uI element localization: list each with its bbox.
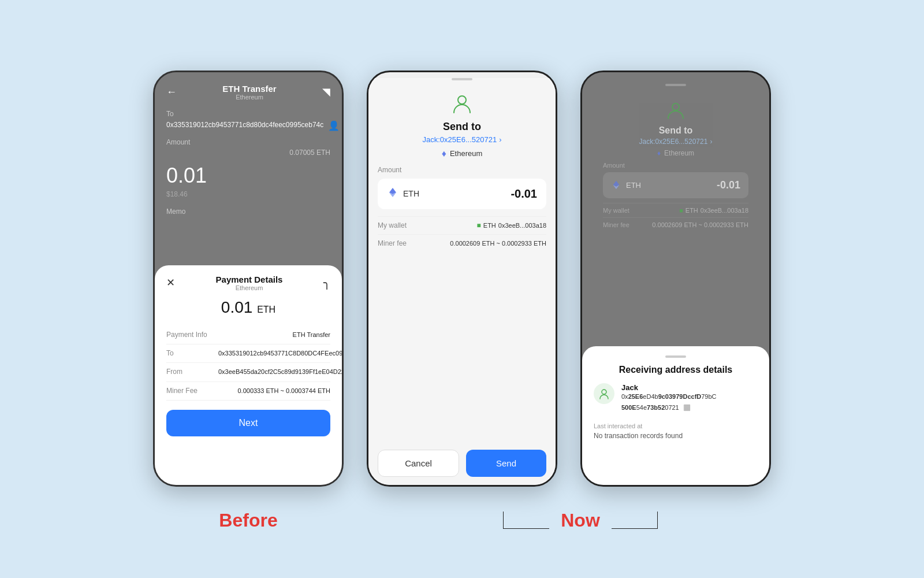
before-label: Before: [219, 510, 277, 531]
to-field: 0x335319012cb9453771c8d80dc4feec0995ceb7…: [166, 120, 330, 131]
left-header-subtitle: Ethereum: [222, 94, 276, 101]
amount-eth: 0.07005 ETH: [289, 149, 330, 157]
bottom-buttons: Cancel Send: [368, 450, 556, 477]
svg-point-6: [602, 390, 606, 394]
next-button[interactable]: Next: [166, 410, 330, 436]
miner-fee-value: 0.0002609 ETH ~ 0.0002933 ETH: [450, 240, 546, 247]
right-drag-indicator: [665, 84, 686, 86]
right-phone: Send to Jack:0x25E6...520721 › ♦ Ethereu…: [580, 71, 771, 487]
miner-fee-row: Miner fee 0.0002609 ETH ~ 0.0002933 ETH: [378, 234, 546, 252]
send-to-title: Send to: [380, 121, 544, 133]
no-records: No transaction records found: [594, 432, 758, 440]
now-label: Now: [561, 510, 600, 531]
left-header: ← ETH Transfer Ethereum ◥: [166, 84, 330, 101]
contact-info: Jack 0x25E6eD4b9c03979DccfD79bC 500E54e7…: [621, 383, 717, 414]
eth-chain: ♦ Ethereum: [380, 149, 544, 159]
amount-big: 0.01: [166, 164, 330, 188]
contact-avatar: [594, 383, 614, 404]
recv-contact: Jack 0x25E6eD4b9c03979DccfD79bC 500E54e7…: [594, 383, 758, 414]
bottom-section: Before Now: [0, 510, 924, 531]
send-to-section: Send to Jack:0x25E6...520721 › ♦ Ethereu…: [368, 80, 556, 166]
send-button[interactable]: Send: [466, 450, 546, 477]
memo-label: Memo: [166, 208, 330, 216]
eth-logo-icon: [387, 187, 398, 201]
payment-overlay: ✕ Payment Details Ethereum ╮ 0.01 ETH Pa…: [155, 265, 342, 485]
wallet-label: ETH: [483, 222, 496, 229]
eth-diamond-icon: ♦: [442, 149, 446, 159]
wallet-address: 0x3eeB...003a18: [498, 222, 546, 229]
right-send-to-section: Send to Jack:0x25E6...520721 › ♦ Ethereu…: [594, 93, 758, 162]
from-row: From 0x3eeB455da20cf2C5c89d9139Ff1eE04D2…: [166, 363, 330, 381]
recv-drag-indicator: [665, 355, 686, 358]
wallet-icon: ■: [477, 221, 481, 229]
recv-title: Receiving address details: [594, 365, 758, 375]
scan-icon[interactable]: ◥: [322, 86, 330, 98]
left-header-title: ETH Transfer: [222, 84, 276, 94]
to-row: To 0x335319012cb9453771C8D80DC4FEec0995c…: [166, 344, 330, 363]
overlay-subtitle: Ethereum: [175, 284, 323, 291]
amount-box: ETH -0.01: [378, 179, 546, 209]
left-phone: ← ETH Transfer Ethereum ◥ To 0x335319012…: [153, 71, 344, 487]
back-icon[interactable]: ←: [166, 86, 177, 98]
svg-point-0: [458, 96, 466, 104]
cancel-button[interactable]: Cancel: [378, 450, 459, 477]
right-send-to-title: Send to: [605, 125, 746, 136]
overlay-amount: 0.01 ETH: [166, 298, 330, 317]
right-chain: ♦ Ethereum: [605, 149, 746, 157]
send-to-sub[interactable]: Jack:0x25E6...520721 ›: [380, 135, 544, 144]
fingerprint-icon[interactable]: ╮: [323, 276, 330, 290]
contact-address: 0x25E6eD4b9c03979DccfD79bC 500E54e73b520…: [621, 392, 717, 414]
amount-section: Amount ETH -0.01 My wallet ■ ETH: [368, 166, 556, 252]
last-interacted-label: Last interacted at: [594, 423, 758, 429]
amount-usd: $18.46: [166, 190, 330, 198]
wallet-row: My wallet ■ ETH 0x3eeB...003a18: [378, 216, 546, 234]
miner-fee-row: Miner Fee 0.000333 ETH ~ 0.0003744 ETH: [166, 382, 330, 401]
left-bracket: [503, 512, 549, 529]
amount-label: Amount: [166, 138, 330, 146]
eth-text: ETH: [403, 189, 419, 198]
overlay-title: Payment Details: [175, 275, 323, 284]
close-button[interactable]: ✕: [166, 276, 175, 289]
amount-label: Amount: [378, 166, 546, 174]
to-address: 0x335319012cb9453771c8d80dc4feec0995ceb7…: [166, 120, 323, 130]
receiving-overlay: Receiving address details Jack 0x25E6eD4…: [582, 346, 769, 485]
amount-value: -0.01: [511, 187, 537, 201]
contact-icon: 👤: [328, 120, 340, 131]
right-bracket: [612, 512, 658, 529]
right-send-to-sub: Jack:0x25E6...520721 ›: [605, 138, 746, 146]
user-icon: [450, 92, 474, 115]
center-phone: Send to Jack:0x25E6...520721 › ♦ Ethereu…: [367, 71, 557, 487]
payment-info-row: Payment Info ETH Transfer: [166, 326, 330, 344]
right-amount-section: Amount ETH -0.01 My wallet ■ ETH: [594, 162, 758, 232]
amount-eth-field: 0.07005 ETH: [166, 149, 330, 157]
copy-icon[interactable]: ▦: [683, 402, 691, 412]
to-label: To: [166, 110, 330, 118]
contact-name: Jack: [621, 383, 717, 392]
svg-point-3: [672, 103, 679, 110]
